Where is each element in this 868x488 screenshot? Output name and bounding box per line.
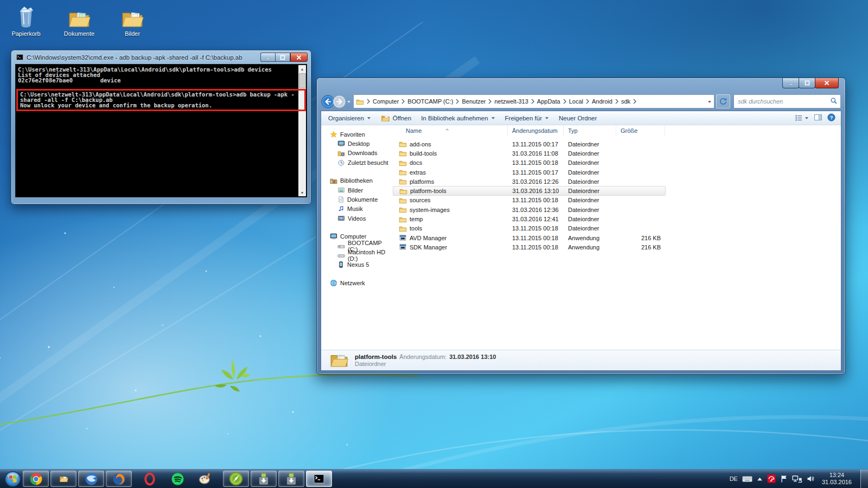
file-row-avd-manager[interactable]: AVD Manager 13.11.2015 00:18 Anwendung 2… [393,233,841,242]
language-indicator[interactable]: DE [730,476,738,482]
cmd-scrollbar[interactable]: ▲ ▼ [298,65,306,196]
file-row-add-ons[interactable]: add-ons 13.11.2015 00:17 Dateiordner [393,139,841,149]
breadcrumb-sdk[interactable]: sdk [621,98,630,105]
file-row-extras[interactable]: extras 13.11.2015 00:17 Dateiordner [393,168,841,177]
sidebar-item-macintosh-hd-d-[interactable]: Macintosh HD (D:) [321,251,393,260]
breadcrumb-separator-icon [401,99,405,104]
refresh-button[interactable] [716,94,730,108]
search-input[interactable] [737,98,830,105]
taskbar-button-spotify[interactable] [164,471,190,487]
breadcrumb-computer[interactable]: Computer [373,98,399,105]
tray-volume-icon[interactable] [807,475,815,483]
column-header-änderungsdatum[interactable]: Änderungsdatum [508,125,564,136]
taskbar-button-android-studio[interactable] [223,471,249,487]
start-button[interactable] [4,471,21,487]
desktop-icon-dokumente[interactable]: Dokumente [59,4,100,37]
sidebar-item-musik[interactable]: Musik [321,204,393,214]
file-row-sdk-manager[interactable]: SDK Manager 13.11.2015 00:18 Anwendung 2… [393,242,841,252]
sidebar-item-favoriten[interactable]: Favoriten [321,130,393,139]
toolbar-organisieren[interactable]: Organisieren [323,112,376,124]
file-type: Dateiordner [564,188,616,194]
sidebar-item-downloads[interactable]: Downloads [321,149,393,158]
cmd-console[interactable]: C:\Users\netzwelt-313\AppData\Local\Andr… [15,64,307,197]
show-desktop-button[interactable] [860,470,868,488]
column-header-typ[interactable]: Typ [564,125,616,136]
file-row-docs[interactable]: docs 13.11.2015 00:18 Dateiordner [393,158,841,168]
tray-keyboard-icon[interactable] [742,475,752,483]
address-history-caret-icon[interactable] [704,98,712,105]
sidebar-item-bilder[interactable]: Bilder [321,185,393,195]
sidebar-item-desktop[interactable]: Desktop [321,139,393,148]
sort-ascending-icon[interactable] [445,125,450,132]
file-row-tools[interactable]: tools 13.11.2015 00:18 Dateiordner [393,224,841,233]
nav-history-caret-icon[interactable] [347,98,351,105]
sidebar-item-videos[interactable]: Videos [321,214,393,223]
forward-button[interactable] [333,95,346,108]
file-name: sources [410,197,431,203]
breadcrumb-android[interactable]: Android [592,98,612,105]
cmd-maximize-button[interactable] [275,53,290,62]
breadcrumb-local[interactable]: Local [569,98,583,105]
file-row-platforms[interactable]: platforms 31.03.2016 12:26 Dateiordner [393,177,841,186]
breadcrumb-appdata[interactable]: AppData [537,98,560,105]
file-row-temp[interactable]: temp 31.03.2016 12:41 Dateiordner [393,214,841,223]
toolbar--ffnen[interactable]: Öffnen [376,112,416,124]
explorer-maximize-button[interactable] [799,78,815,88]
sidebar-spacer [321,223,393,232]
sidebar-item-bibliotheken[interactable]: Bibliotheken [321,176,393,185]
toolbar-in-bibliothek-aufnehmen[interactable]: In Bibliothek aufnehmen [416,112,500,124]
tray-caret-up-icon[interactable] [757,477,763,481]
taskbar-button-cmd[interactable] [306,471,332,487]
taskbar-button-chrome[interactable] [23,471,49,487]
desktop-icon-bilder[interactable]: Bilder [112,4,153,37]
breadcrumb-separator-icon [615,99,618,104]
toolbar-freigeben-f-r[interactable]: Freigeben für [500,112,554,124]
search-icon[interactable] [830,97,838,106]
taskbar-button-firefox[interactable] [106,471,132,487]
scrollbar-thumb[interactable] [299,73,306,88]
scroll-up-arrow-icon[interactable]: ▲ [298,65,306,73]
taskbar-button-paint[interactable] [192,471,218,487]
cmd-window: C:\Windows\system32\cmd.exe - adb backup… [11,50,311,204]
breadcrumb-netzwelt-313[interactable]: netzwelt-313 [494,98,528,105]
desktop-icon-papierkorb[interactable]: Papierkorb [5,4,47,37]
preview-pane-button[interactable] [814,114,822,122]
file-date: 31.03.2016 12:41 [508,216,564,222]
clock[interactable]: 13:24 31.03.2016 [822,472,852,486]
explorer-close-button[interactable] [815,78,839,88]
toolbar-neuer-ordner[interactable]: Neuer Ordner [554,112,602,124]
column-header-name[interactable]: Name [393,125,508,136]
sidebar-item-netzwerk[interactable]: Netzwerk [321,278,393,287]
sidebar-item-zuletzt-besucht[interactable]: Zuletzt besucht [321,158,393,167]
details-file-type: Dateiordner [355,361,496,367]
explorer-minimize-button[interactable] [782,78,799,88]
cmd-close-button[interactable] [290,53,308,62]
tray-flag-icon[interactable] [780,474,788,483]
tray-network-tray-icon[interactable] [792,475,802,483]
taskbar: DE 13:24 31.03.2016 [0,469,868,488]
file-row-sources[interactable]: sources 13.11.2015 00:18 Dateiordner [393,196,841,205]
address-bar[interactable]: ComputerBOOTCAMP (C:)Benutzernetzwelt-31… [353,94,714,108]
file-row-platform-tools[interactable]: platform-tools 31.03.2016 13:10 Dateiord… [393,186,666,195]
cmd-titlebar[interactable]: C:\Windows\system32\cmd.exe - adb backup… [11,50,311,64]
taskbar-button-opera[interactable] [137,471,163,487]
taskbar-button-android-download-1[interactable] [251,471,277,487]
scroll-down-arrow-icon[interactable]: ▼ [298,189,306,196]
breadcrumb-bootcamp-c-[interactable]: BOOTCAMP (C:) [407,98,453,105]
taskbar-button-android-download-2[interactable] [278,471,304,487]
sidebar-item-dokumente[interactable]: Dokumente [321,195,393,204]
views-button[interactable] [795,114,809,121]
search-box[interactable] [733,94,841,108]
taskbar-button-explorer[interactable] [50,471,76,487]
help-button[interactable]: ? [827,113,835,123]
cmd-minimize-button[interactable] [260,53,275,62]
cmd-highlight-box: C:\Users\netzwelt-313\AppData\Local\Andr… [16,89,306,112]
taskbar-button-thunderbird[interactable] [78,471,104,487]
file-row-system-images[interactable]: system-images 31.03.2016 12:36 Dateiordn… [393,205,841,214]
system-tray: DE 13:24 31.03.2016 [730,470,868,488]
breadcrumb-benutzer[interactable]: Benutzer [462,98,486,105]
column-header-größe[interactable]: Größe [616,125,665,136]
file-date: 13.11.2015 00:18 [508,159,564,166]
file-row-build-tools[interactable]: build-tools 31.03.2016 11:08 Dateiordner [393,149,841,158]
tray-avira-icon[interactable] [767,474,776,483]
